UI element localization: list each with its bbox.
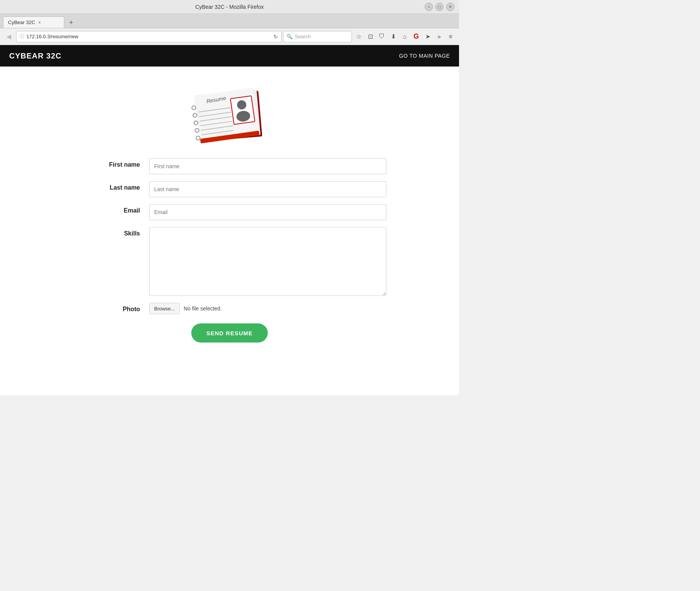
resume-illustration: Resume [187, 82, 272, 147]
page-content: Resume [0, 67, 459, 395]
email-input[interactable] [149, 204, 386, 220]
skills-row: Skills [73, 227, 386, 296]
nav-bar: ◀ ⓘ 172.16.0.3/resume/new ↻ 🔍 Search ☆ ⊡… [0, 28, 459, 45]
search-bar[interactable]: 🔍 Search [283, 31, 352, 42]
last-name-label: Last name [73, 181, 149, 191]
back-icon: ◀ [7, 33, 11, 40]
photo-row: Photo Browse... No file selected. [73, 303, 386, 314]
close-window-icon: × [449, 4, 451, 10]
search-icon: 🔍 [287, 34, 293, 39]
pocket-icon[interactable]: ⊡ [365, 31, 376, 42]
app-header: CYBEAR 32C GO TO MAIN PAGE [0, 45, 459, 67]
home-icon[interactable]: ⌂ [399, 31, 410, 42]
photo-label: Photo [73, 303, 149, 313]
tab-label: CyBear 32C [8, 19, 35, 25]
new-tab-button[interactable]: + [66, 17, 77, 28]
svg-point-15 [193, 113, 197, 117]
more-tools-icon[interactable]: » [434, 31, 444, 42]
address-text: 172.16.0.3/resume/new [26, 34, 271, 39]
bookmark-icon[interactable]: ☆ [353, 31, 364, 42]
first-name-label: First name [73, 158, 149, 168]
close-window-button[interactable]: × [446, 3, 454, 11]
minimize-button[interactable]: − [425, 3, 433, 11]
tab-bar: CyBear 32C × + [0, 14, 459, 28]
last-name-row: Last name [73, 181, 386, 197]
window-controls: − □ × [425, 3, 454, 11]
window-title: CyBear 32C - Mozilla Firefox [195, 4, 264, 10]
svg-point-16 [194, 121, 198, 125]
skills-textarea[interactable] [149, 227, 386, 296]
send-icon[interactable]: ➤ [422, 31, 433, 42]
browser-tab[interactable]: CyBear 32C × [3, 16, 64, 28]
nav-icons: ☆ ⊡ ⛉ ⬇ ⌂ G ➤ » ≡ [353, 31, 456, 42]
menu-icon[interactable]: ≡ [445, 31, 456, 42]
email-label: Email [73, 204, 149, 214]
send-resume-button[interactable]: SEND RESUME [191, 323, 268, 343]
email-row: Email [73, 204, 386, 220]
last-name-input[interactable] [149, 181, 386, 197]
svg-point-14 [192, 106, 196, 110]
profile-icon[interactable]: G [411, 31, 422, 42]
file-upload-row: Browse... No file selected. [149, 303, 222, 314]
address-bar[interactable]: ⓘ 172.16.0.3/resume/new ↻ [16, 31, 282, 42]
skills-label: Skills [73, 227, 149, 237]
no-file-label: No file selected. [184, 305, 222, 312]
first-name-row: First name [73, 158, 386, 174]
address-info-icon: ⓘ [20, 33, 24, 40]
go-to-main-link[interactable]: GO TO MAIN PAGE [399, 53, 450, 59]
shield-icon[interactable]: ⛉ [376, 31, 387, 42]
back-button[interactable]: ◀ [3, 31, 15, 42]
svg-point-18 [196, 136, 200, 140]
title-bar: CyBear 32C - Mozilla Firefox − □ × [0, 0, 459, 14]
tab-close-button[interactable]: × [38, 20, 41, 25]
svg-point-17 [195, 128, 199, 133]
restore-button[interactable]: □ [435, 3, 444, 11]
app-title: CYBEAR 32C [9, 52, 62, 60]
refresh-button[interactable]: ↻ [273, 34, 278, 40]
resume-form: First name Last name Email Skills Photo … [73, 158, 386, 343]
restore-icon: □ [438, 4, 441, 10]
minimize-icon: − [427, 4, 430, 10]
first-name-input[interactable] [149, 158, 386, 174]
download-icon[interactable]: ⬇ [388, 31, 399, 42]
search-placeholder: Search [295, 34, 311, 39]
browse-button[interactable]: Browse... [149, 303, 180, 314]
